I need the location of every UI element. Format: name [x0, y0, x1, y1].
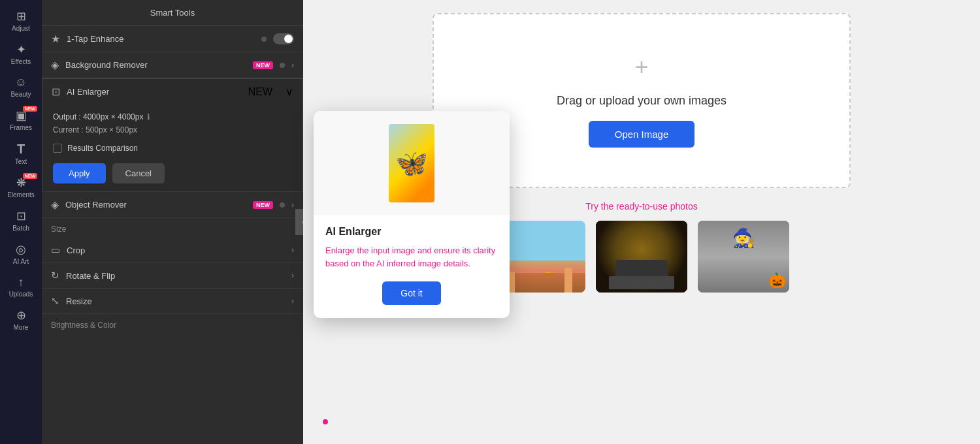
- resize-row[interactable]: ⤡ Resize ›: [42, 289, 303, 314]
- resize-name: Resize: [66, 296, 285, 306]
- rotate-row[interactable]: ↻ Rotate & Flip ›: [42, 263, 303, 289]
- sidebar-item-text-label: Text: [15, 158, 27, 165]
- brightness-section-label: Brightness & Color: [42, 314, 303, 334]
- dialog-title: AI Enlarger: [325, 226, 498, 238]
- dialog-content: AI Enlarger Enlarge the input image and …: [314, 215, 510, 318]
- sidebar-item-more-label: More: [14, 324, 29, 331]
- sidebar-item-text[interactable]: T Text: [2, 138, 40, 169]
- sidebar-item-effects[interactable]: ✦ Effects: [2, 39, 40, 69]
- resize-arrow: ›: [291, 296, 294, 306]
- upload-plus-icon: +: [634, 54, 648, 81]
- ai-enlarger-body: Output : 4000px × 4000px ℹ Current : 500…: [42, 104, 302, 191]
- elements-new-badge: NEW: [23, 173, 37, 179]
- open-image-button[interactable]: Open Image: [589, 121, 695, 148]
- ai-enlarger-name: AI Enlarger: [67, 87, 242, 97]
- size-section-label: Size: [42, 218, 303, 238]
- output-info: Output : 4000px × 4000px ℹ: [53, 112, 292, 121]
- results-comparison-label: Results Comparison: [67, 144, 138, 153]
- tool-row-object-remover[interactable]: ◈ Object Remover NEW ›: [42, 192, 303, 218]
- ai-enlarger-info-dialog: AI Enlarger Enlarge the input image and …: [314, 111, 510, 318]
- sidebar-item-adjust-label: Adjust: [12, 25, 30, 32]
- sidebar-item-effects-label: Effects: [11, 58, 31, 65]
- dialog-desc-part2: image details.: [416, 259, 470, 268]
- rotate-name: Rotate & Flip: [66, 271, 285, 281]
- results-comparison-checkbox[interactable]: [53, 144, 62, 153]
- object-remover-arrow: ›: [291, 200, 294, 210]
- indicator-dot: [323, 419, 328, 424]
- object-remover-dot: [280, 202, 285, 208]
- object-remover-badge: NEW: [253, 201, 273, 209]
- uploads-icon: ↑: [18, 276, 24, 289]
- sidebar-item-beauty-label: Beauty: [10, 91, 31, 98]
- sidebar-item-batch[interactable]: ⊡ Batch: [2, 205, 40, 236]
- 1tap-enhance-name: 1-Tap Enhance: [67, 34, 255, 44]
- bg-remover-name: Background Remover: [65, 60, 246, 70]
- dialog-desc-highlight: AI inferred: [376, 259, 416, 268]
- effects-icon: ✦: [16, 42, 26, 57]
- smart-tools-panel: Smart Tools ★ 1-Tap Enhance ◈ Background…: [42, 0, 303, 444]
- bg-remover-arrow: ›: [291, 61, 294, 70]
- bg-remover-badge: NEW: [253, 61, 273, 69]
- output-label: Output : 4000px × 4000px: [53, 112, 143, 121]
- bg-remover-dot: [280, 63, 285, 68]
- tool-row-bg-remover[interactable]: ◈ Background Remover NEW ›: [42, 52, 303, 78]
- sidebar-item-frames-label: Frames: [10, 124, 32, 131]
- got-it-button[interactable]: Got it: [382, 281, 440, 305]
- bg-remover-icon: ◈: [51, 59, 59, 71]
- sidebar-item-beauty[interactable]: ☺ Beauty: [2, 72, 40, 102]
- sidebar-item-ai-art[interactable]: ◎ AI Art: [2, 238, 40, 269]
- sidebar-item-adjust[interactable]: ⊞ Adjust: [2, 5, 40, 36]
- panel-collapse-button[interactable]: ‹: [295, 209, 303, 235]
- action-buttons: Apply Cancel: [53, 163, 292, 183]
- 1tap-enhance-dot: [261, 37, 267, 42]
- 1tap-enhance-toggle[interactable]: [273, 33, 294, 44]
- text-icon: T: [17, 142, 25, 157]
- ai-enlarger-collapse-arrow[interactable]: ∨: [286, 86, 293, 98]
- sidebar-item-batch-label: Batch: [12, 225, 29, 232]
- butterfly-preview: [389, 124, 434, 202]
- panel-title: Smart Tools: [42, 0, 303, 26]
- sidebar-item-frames[interactable]: NEW ▣ Frames: [2, 104, 40, 135]
- crop-name: Crop: [67, 246, 285, 255]
- apply-button[interactable]: Apply: [53, 163, 106, 183]
- dialog-image-area: [314, 111, 510, 215]
- sidebar-item-uploads-label: Uploads: [9, 291, 33, 298]
- tool-row-1tap-enhance[interactable]: ★ 1-Tap Enhance: [42, 26, 303, 52]
- ai-art-icon: ◎: [16, 242, 26, 257]
- sidebar-item-elements[interactable]: NEW ❋ Elements: [2, 172, 40, 202]
- ai-enlarger-badge: NEW: [248, 86, 272, 98]
- sidebar-item-more[interactable]: ⊕ More: [2, 304, 40, 335]
- ai-enlarger-header[interactable]: ⊡ AI Enlarger NEW ∨: [42, 79, 302, 104]
- crop-arrow: ›: [291, 246, 294, 255]
- ai-enlarger-icon: ⊡: [52, 86, 60, 98]
- object-remover-name: Object Remover: [65, 200, 246, 210]
- cancel-button[interactable]: Cancel: [112, 163, 165, 183]
- rotate-arrow: ›: [291, 271, 294, 280]
- ready-photos-prefix: Try the: [585, 201, 616, 212]
- results-comparison-row: Results Comparison: [53, 144, 292, 153]
- crop-row[interactable]: ▭ Crop ›: [42, 238, 303, 263]
- info-icon[interactable]: ℹ: [147, 112, 150, 121]
- sidebar-item-elements-label: Elements: [7, 191, 35, 198]
- crop-icon: ▭: [51, 244, 60, 256]
- upload-zone-title: Drag or upload your own images: [557, 94, 727, 108]
- sample-photo-2[interactable]: [596, 221, 687, 293]
- sample-photo-3[interactable]: 🧙 🎃: [698, 221, 789, 293]
- batch-icon: ⊡: [16, 209, 26, 223]
- left-sidebar: ⊞ Adjust ✦ Effects ☺ Beauty NEW ▣ Frames…: [0, 0, 42, 444]
- frames-new-badge: NEW: [23, 106, 37, 112]
- dialog-description: Enlarge the input image and ensure its c…: [325, 244, 498, 270]
- current-info: Current : 500px × 500px: [53, 125, 292, 135]
- sidebar-item-ai-art-label: AI Art: [13, 258, 29, 265]
- adjust-icon: ⊞: [16, 9, 26, 24]
- rotate-icon: ↻: [51, 270, 59, 281]
- ai-enlarger-section: ⊡ AI Enlarger NEW ∨ Output : 4000px × 40…: [42, 78, 303, 192]
- ready-photos-highlight: ready-to-use photos: [616, 201, 698, 212]
- object-remover-icon: ◈: [51, 198, 59, 211]
- 1tap-enhance-icon: ★: [51, 33, 60, 45]
- beauty-icon: ☺: [15, 76, 27, 89]
- resize-icon: ⤡: [51, 295, 59, 307]
- sidebar-item-uploads[interactable]: ↑ Uploads: [2, 272, 40, 302]
- more-icon: ⊕: [16, 308, 26, 323]
